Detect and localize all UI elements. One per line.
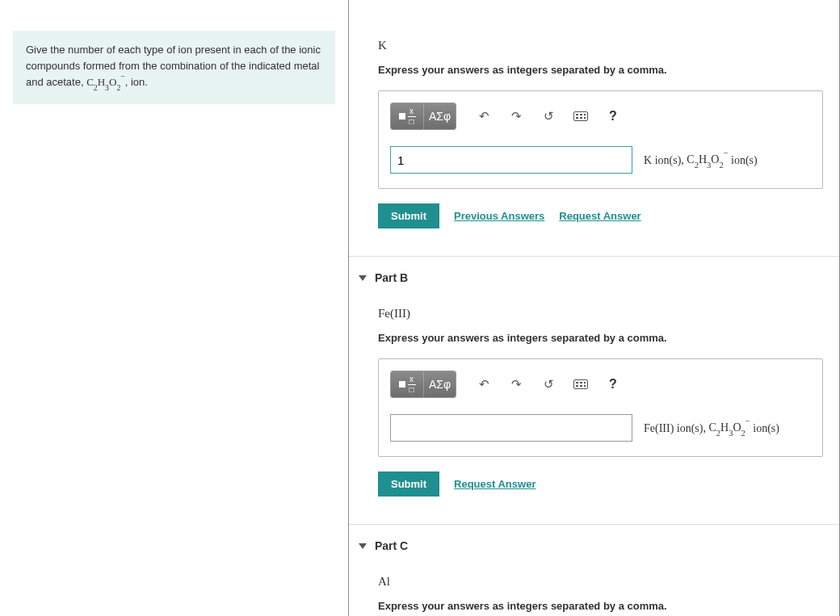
part-b-answer-panel: x□ ΑΣφ ↶ ↷ ↺ ? Fe(III) ion(s), C2H3	[378, 358, 823, 457]
question-suffix: , ion.	[125, 76, 148, 88]
toolbar: x□ ΑΣφ ↶ ↷ ↺ ?	[390, 103, 811, 130]
part-a-unit-label: K ion(s), C2H3O2− ion(s)	[644, 152, 758, 168]
part-c-header[interactable]: Part C	[349, 525, 839, 564]
math-template-button[interactable]: x□	[391, 103, 423, 129]
part-b-answer-input[interactable]	[390, 414, 632, 442]
question-prompt: Give the number of each type of ion pres…	[13, 31, 335, 104]
keyboard-icon[interactable]	[569, 107, 592, 126]
greek-button[interactable]: ΑΣφ	[423, 103, 456, 129]
part-a-answer-input[interactable]	[390, 146, 632, 174]
reset-icon[interactable]: ↺	[537, 107, 560, 126]
question-prefix: Give the number of each type of ion pres…	[26, 44, 321, 88]
reset-icon[interactable]: ↺	[537, 375, 560, 394]
chevron-down-icon	[359, 275, 367, 281]
part-c-title: Part C	[375, 539, 408, 552]
toolbar: x□ ΑΣφ ↶ ↷ ↺ ?	[390, 371, 811, 398]
part-c-prompt: Al	[378, 575, 823, 589]
part-b-title: Part B	[375, 271, 408, 284]
part-c-instructions: Express your answers as integers separat…	[378, 600, 823, 612]
keyboard-icon[interactable]	[569, 375, 592, 394]
part-a-prompt: K	[378, 39, 823, 52]
part-b-unit-label: Fe(III) ion(s), C2H3O2− ion(s)	[644, 420, 779, 436]
part-b-prompt: Fe(III)	[378, 307, 823, 321]
part-a-request-answer-link[interactable]: Request Answer	[559, 210, 640, 222]
part-b-header[interactable]: Part B	[349, 257, 839, 295]
math-template-button[interactable]: x□	[391, 371, 423, 397]
part-a-previous-answers-link[interactable]: Previous Answers	[454, 210, 544, 222]
redo-icon[interactable]: ↷	[505, 107, 527, 126]
part-b-request-answer-link[interactable]: Request Answer	[454, 478, 536, 490]
help-icon[interactable]: ?	[602, 375, 624, 394]
redo-icon[interactable]: ↷	[505, 375, 527, 394]
acetate-formula: C2H3O2−	[86, 76, 125, 88]
greek-button[interactable]: ΑΣφ	[423, 371, 456, 397]
part-a-instructions: Express your answers as integers separat…	[378, 64, 823, 76]
part-b-instructions: Express your answers as integers separat…	[378, 332, 823, 344]
undo-icon[interactable]: ↶	[472, 375, 495, 394]
help-icon[interactable]: ?	[602, 107, 624, 126]
part-a-answer-panel: x□ ΑΣφ ↶ ↷ ↺ ? K ion(s), C2H3O2− io	[378, 90, 823, 189]
part-b-submit-button[interactable]: Submit	[378, 471, 439, 497]
part-a-submit-button[interactable]: Submit	[378, 203, 439, 228]
undo-icon[interactable]: ↶	[472, 107, 495, 126]
chevron-down-icon	[359, 543, 367, 549]
